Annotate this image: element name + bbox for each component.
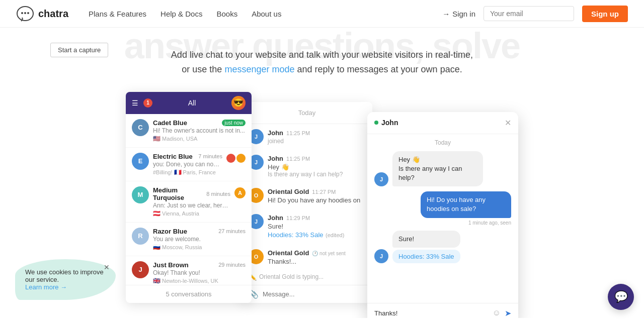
now-badge: just now <box>222 120 246 126</box>
mid-sub-hey: Is there any way I can help? <box>268 171 365 178</box>
mid-time-john2: 11:25 PM <box>286 156 310 162</box>
hero-line2: or use the messenger mode and reply to m… <box>10 62 634 77</box>
hero-section: Start a capture answer questions, solve … <box>0 28 644 77</box>
all-label: All <box>188 99 196 107</box>
conv-item-just-brown[interactable]: J Just Brown 29 minutes Okay! Thank you!… <box>126 256 252 285</box>
conv-info-electric: Electric Blue 7 minutes you: Done, you c… <box>153 153 222 176</box>
mid-bubble-sure: John 11:29 PM Sure! Hoodies: 33% Sale (e… <box>268 214 365 239</box>
conv-avatar-turquoise: M <box>132 186 149 203</box>
svg-point-1 <box>21 12 23 14</box>
hoodies-link-mid[interactable]: Hoodies: 33% Sale <box>268 231 324 239</box>
nav-right: → Sign in Sign up <box>442 6 628 22</box>
mid-time-john3: 11:29 PM <box>286 215 310 221</box>
menu-icon: ☰ <box>132 99 138 107</box>
conv-name-brown: Just Brown <box>153 261 189 269</box>
mid-bubble-oriental1: Oriental Gold 11:27 PM Hi! Do you have a… <box>268 188 365 204</box>
right-messages: J Hey 👋Is there any way I can help? Hi! … <box>367 151 518 318</box>
nav-plans[interactable]: Plans & Features <box>89 10 146 18</box>
right-user-name: John <box>381 119 398 127</box>
chat-ui-wrapper: ☰ 1 All 😎 C Cadet Blue just now Hi! The … <box>126 92 518 308</box>
logo[interactable]: chatra <box>16 5 68 23</box>
header-avatar: 😎 <box>231 96 246 110</box>
right-input-row: ☺ ➤ <box>367 303 518 318</box>
logo-icon <box>16 5 34 23</box>
right-header: John ✕ <box>367 112 518 134</box>
conv-badge: 1 <box>143 98 152 108</box>
right-today-label: Today <box>367 134 518 151</box>
conv-preview-brown: Okay! Thank you! <box>153 269 246 276</box>
mid-text-thanks: Thanks!... <box>268 258 365 265</box>
messenger-link[interactable]: messenger mode <box>224 64 294 74</box>
conv-avatar-cadet: C <box>132 119 149 136</box>
email-input[interactable] <box>484 6 574 21</box>
conv-item-cadet-blue[interactable]: C Cadet Blue just now Hi! The owner's ac… <box>126 114 252 148</box>
mid-bubble-join: John 11:25 PM joined <box>268 129 365 145</box>
conv-preview-electric: you: Done, you can now lo... <box>153 161 222 168</box>
close-button[interactable]: ✕ <box>505 118 511 128</box>
svg-point-3 <box>27 12 29 14</box>
conv-time-brown: 29 minutes <box>218 262 246 268</box>
conversation-panel: ☰ 1 All 😎 C Cadet Blue just now Hi! The … <box>126 92 252 303</box>
hero-line2-post: and reply to messages at your own pace. <box>297 64 462 74</box>
conv-name-razor: Razor Blue <box>153 228 187 235</box>
conv-location-electric: #Billing! 🇫🇷 Paris, France <box>153 169 222 176</box>
mid-message-input[interactable] <box>263 290 365 298</box>
send-icon[interactable]: ➤ <box>505 308 511 318</box>
msg-bubble-sure: Sure! <box>392 231 460 248</box>
right-message-input[interactable] <box>374 309 489 317</box>
conv-avatar-razor: R <box>132 228 149 245</box>
conv-item-electric-blue[interactable]: E Electric Blue 7 minutes you: Done, you… <box>126 148 252 181</box>
conv-name-turquoise: Medium Turquoise <box>153 186 206 201</box>
mid-name-john1: John <box>268 129 283 137</box>
conv-info-brown: Just Brown 29 minutes Okay! Thank you! 🇬… <box>153 261 246 284</box>
conv-count: 5 conversations <box>166 290 211 298</box>
conv-location-brown: 🇬🇧 Newton-le-Willows, UK <box>153 277 246 284</box>
mid-time-john1: 11:25 PM <box>286 130 310 136</box>
msg-bubble-hoodies: Hi! Do you have any hoodies on sale? <box>421 191 511 218</box>
conv-header: ☰ 1 All 😎 <box>126 92 252 114</box>
conv-footer: 5 conversations <box>126 285 252 303</box>
mid-time-oriental1: 11:27 PM <box>312 189 336 195</box>
online-dot <box>374 121 378 125</box>
not-yet-badge: 🕐 not yet sent <box>312 251 345 256</box>
chat-widget[interactable]: 💬 <box>608 284 634 310</box>
chat-widget-icon: 💬 <box>614 290 628 303</box>
conv-info-razor: Razor Blue 27 minutes You are welcome. 🇷… <box>153 228 246 251</box>
nav-help[interactable]: Help & Docs <box>160 10 202 18</box>
conv-avatar-brown: J <box>132 261 149 278</box>
conv-location-cadet: 🇺🇸 Madison, USA <box>153 135 246 142</box>
conv-info-cadet: Cadet Blue just now Hi! The owner's acco… <box>153 119 246 142</box>
cookie-learn-more[interactable]: Learn more → <box>25 283 67 291</box>
conv-location-turquoise: 🇦🇹 Vienna, Austria <box>153 210 230 217</box>
msg-row-sure: J Sure! Hoodies: 33% Sale <box>374 231 511 263</box>
signin-link[interactable]: → Sign in <box>442 10 475 18</box>
mid-msg-join: J John 11:25 PM joined <box>242 124 372 150</box>
mid-msg-sure: J John 11:29 PM Sure! Hoodies: 33% Sale … <box>242 209 372 244</box>
conv-time-razor: 27 minutes <box>218 228 246 234</box>
start-capture-button[interactable]: Start a capture <box>50 43 108 57</box>
mid-msg-oriental1: O Oriental Gold 11:27 PM Hi! Do you have… <box>242 183 372 209</box>
conv-item-razor-blue[interactable]: R Razor Blue 27 minutes You are welcome.… <box>126 223 252 256</box>
cookie-text: We use cookies to improve our service. <box>25 268 106 283</box>
mid-bubble-thanks: Oriental Gold 🕐 not yet sent Thanks!... <box>268 249 365 265</box>
conv-item-medium-turquoise[interactable]: M Medium Turquoise 8 minutes Ann: Just s… <box>126 181 252 223</box>
cookie-close-button[interactable]: ✕ <box>104 263 110 271</box>
signup-button[interactable]: Sign up <box>582 6 628 22</box>
msg-content-sure: Sure! Hoodies: 33% Sale <box>392 231 460 263</box>
emoji-icon[interactable]: ☺ <box>493 308 501 317</box>
conv-name-cadet: Cadet Blue <box>153 119 187 127</box>
msg-bubble-hey: Hey 👋Is there any way I can help? <box>392 151 483 187</box>
conv-time-electric: 7 minutes <box>198 153 222 159</box>
conversation-list: C Cadet Blue just now Hi! The owner's ac… <box>126 114 252 285</box>
msg-time-hoodies: 1 minute ago, seen <box>421 220 511 226</box>
signin-label: Sign in <box>452 10 475 18</box>
msg-content-hey: Hey 👋Is there any way I can help? <box>392 151 483 187</box>
conv-location-razor: 🇷🇺 Moscow, Russia <box>153 244 246 251</box>
msg-avatar-user1: J <box>374 172 388 186</box>
mid-name-oriental2: Oriental Gold <box>268 249 309 257</box>
nav-about[interactable]: About us <box>252 10 281 18</box>
hoodies-link-right[interactable]: Hoodies: 33% Sale <box>392 250 460 263</box>
nav-books[interactable]: Books <box>216 10 237 18</box>
typing-label: Oriental Gold is typing... <box>259 273 324 280</box>
right-chat-panel: John ✕ Today J Hey 👋Is there any way I c… <box>367 112 518 318</box>
